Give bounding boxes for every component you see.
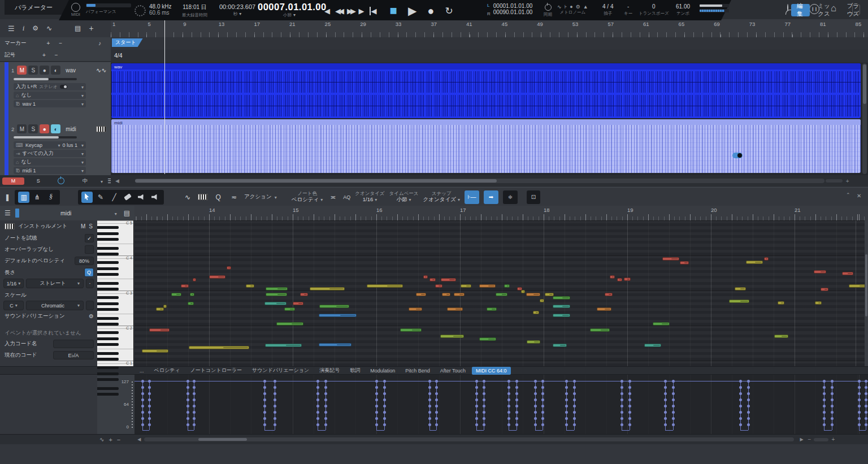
black-key[interactable] — [97, 226, 119, 229]
insert-select[interactable]: ⌂なし — [14, 158, 86, 166]
midi-note[interactable] — [266, 293, 287, 296]
instrument-select[interactable]: ⌨Keycap 0 lus 1 — [14, 141, 86, 149]
prev-marker-button[interactable]: ◀ — [324, 7, 330, 15]
midi-note[interactable] — [735, 287, 746, 290]
audio-event-wav[interactable]: wav — [111, 63, 861, 118]
autoscroll-button[interactable]: ➡ — [484, 190, 498, 204]
midi-note[interactable] — [246, 284, 254, 288]
snap-toggle-button[interactable]: ⊦— — [465, 190, 479, 204]
controller-tab--[interactable]: ... — [136, 367, 148, 375]
controller-tab--[interactable]: 歌詞 — [346, 366, 364, 375]
black-key[interactable] — [97, 352, 119, 355]
remove-signature-button[interactable]: − — [55, 52, 58, 58]
arrange-hscrollbar[interactable] — [135, 179, 824, 183]
piano-view-icon[interactable]: ▥ — [18, 192, 29, 203]
scale-enable-checkbox[interactable] — [86, 301, 94, 310]
midi-note[interactable] — [746, 261, 763, 264]
return-to-start-button[interactable]: ◀ — [370, 7, 377, 15]
forward-button[interactable]: ▶▶ — [347, 7, 354, 15]
expand-tracks-icon[interactable]: ▤ — [75, 24, 81, 32]
view-mix-button[interactable]: ミックス — [812, 4, 839, 16]
midi-note[interactable] — [610, 275, 615, 279]
add-track-button[interactable]: + — [89, 24, 93, 33]
midi-note[interactable] — [479, 337, 496, 341]
listen-tool-icon[interactable] — [149, 192, 160, 203]
black-key[interactable] — [97, 232, 119, 235]
midi-note[interactable] — [680, 261, 689, 264]
output-select[interactable]: ℔wav 1 — [14, 100, 86, 107]
power-icon[interactable] — [58, 177, 64, 184]
zoom-in-icon[interactable]: + — [846, 178, 849, 184]
midi-note[interactable] — [367, 284, 403, 288]
tool-icon[interactable]: ⚙ — [32, 24, 38, 32]
midi-note[interactable] — [533, 311, 539, 314]
solo-button[interactable]: S — [29, 178, 47, 184]
midi-note[interactable] — [842, 272, 853, 275]
audition-checkbox[interactable]: ✓ — [85, 234, 94, 242]
mute-tool-icon[interactable] — [136, 192, 147, 203]
midi-note[interactable] — [181, 284, 189, 288]
midi-note[interactable] — [729, 300, 749, 303]
close-editor-icon[interactable]: ✕ — [857, 193, 861, 199]
midi-note[interactable] — [774, 335, 788, 338]
midi-note[interactable] — [553, 344, 567, 347]
zoom-out-icon[interactable]: − — [808, 436, 811, 443]
midi-note[interactable] — [227, 266, 231, 270]
score-view-icon[interactable]: § — [45, 192, 57, 203]
midi-note[interactable] — [142, 349, 168, 353]
black-key[interactable] — [97, 378, 119, 381]
midi-note[interactable] — [163, 305, 167, 308]
midi-note[interactable] — [423, 275, 428, 279]
track-header-wav[interactable]: 1 M S ● ◐ wav ∿∿ 入力 L+R ステレオ ⌂なし ℔wav 1 — [0, 62, 111, 122]
line-tool-icon[interactable]: ╱ — [108, 192, 120, 203]
midi-note[interactable] — [209, 275, 225, 279]
midi-note[interactable] — [149, 328, 170, 332]
midi-note[interactable] — [617, 278, 622, 281]
midi-note[interactable] — [171, 293, 181, 296]
pencil-tool-icon[interactable]: ✎ — [95, 192, 106, 203]
length-mode-select[interactable]: ストレート — [26, 279, 84, 288]
midi-note[interactable] — [821, 288, 828, 291]
velocity-levels-icon[interactable]: ≍ — [327, 192, 338, 203]
view-browse-button[interactable]: ブラウズ — [841, 4, 868, 16]
settings-gear-icon[interactable]: ⚙ — [576, 4, 580, 10]
controller-tab-midi-cc-64-0[interactable]: MIDI CC 64:0 — [472, 367, 511, 375]
record-button[interactable]: ● — [427, 5, 434, 18]
midi-event[interactable]: midi — [111, 119, 861, 173]
max-record-block[interactable]: 118:01 日 最大録音時間 — [182, 3, 207, 18]
midi-note[interactable] — [265, 344, 302, 347]
midi-note[interactable] — [553, 296, 570, 300]
solo-button[interactable]: S — [28, 124, 38, 133]
cc-graph[interactable] — [134, 375, 868, 434]
piano-keyboard[interactable]: C 5C 4C 3C 2C 1 — [97, 220, 134, 366]
midi-note[interactable] — [454, 293, 465, 296]
controller-tab-after-touch[interactable]: After Touch — [436, 367, 470, 375]
midi-note[interactable] — [496, 293, 507, 296]
midi-note[interactable] — [814, 270, 826, 274]
black-key[interactable] — [97, 366, 119, 369]
scroll-left-icon[interactable]: ◀ — [137, 437, 141, 442]
editor-menu-icon[interactable]: ❚ — [5, 193, 10, 201]
midi-note[interactable] — [504, 284, 510, 288]
add-signature-button[interactable]: + — [42, 52, 46, 58]
mute-button[interactable]: M — [17, 124, 27, 133]
midi-note[interactable] — [526, 293, 540, 296]
transpose-block[interactable]: 0 トランスポーズ — [639, 3, 669, 16]
black-key[interactable] — [97, 238, 119, 241]
remove-marker-button[interactable]: − — [59, 40, 62, 46]
scroll-right-icon[interactable]: ▶ — [800, 437, 803, 442]
bend-icon[interactable]: ≂ — [228, 192, 240, 203]
black-key[interactable] — [97, 261, 119, 264]
black-key[interactable] — [97, 296, 119, 299]
clock-block[interactable]: 00:00:23.607 秒 — [219, 3, 255, 17]
midi-note[interactable] — [553, 305, 570, 308]
midi-note[interactable] — [624, 277, 631, 281]
midi-note[interactable] — [440, 335, 464, 338]
zoom-slider[interactable] — [826, 179, 843, 183]
view-edit-button[interactable]: 編集 — [791, 4, 810, 16]
midi-note[interactable] — [644, 344, 661, 347]
midi-note[interactable] — [409, 307, 422, 311]
midi-note[interactable] — [597, 307, 611, 311]
stop-button[interactable]: ■ — [390, 3, 397, 18]
sync-block[interactable]: 同期 — [544, 4, 552, 18]
